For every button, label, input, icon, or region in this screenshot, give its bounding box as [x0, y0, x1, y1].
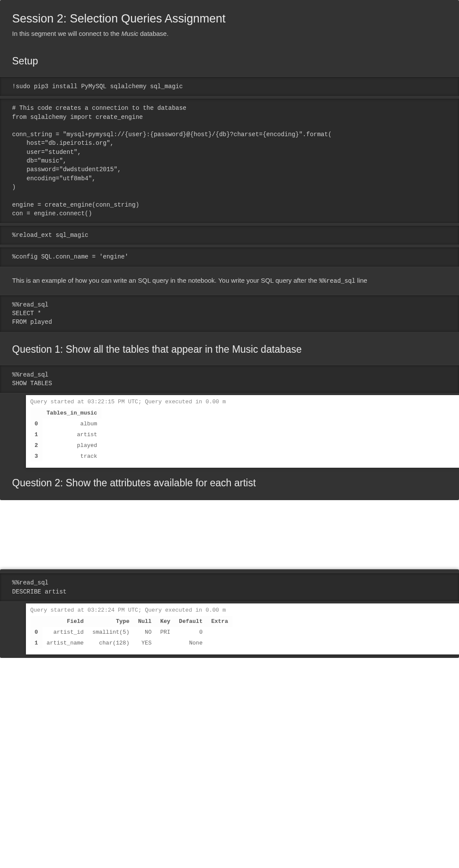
- code-cell-example-query[interactable]: %%read_sql SELECT * FROM played: [0, 295, 459, 332]
- code-cell-connection[interactable]: # This code creates a connection to the …: [0, 98, 459, 223]
- trailing-whitespace: [0, 658, 459, 868]
- code-cell-install[interactable]: !sudo pip3 install PyMySQL sqlalchemy sq…: [0, 77, 459, 96]
- code-cell-reload-ext[interactable]: %reload_ext sql_magic: [0, 225, 459, 245]
- q2-table: Field Type Null Key Default Extra 0artis…: [30, 616, 233, 648]
- table-cell: track: [42, 451, 102, 462]
- setup-heading-cell: Setup: [0, 46, 459, 75]
- table-cell: NO: [134, 627, 156, 638]
- q2-heading-cell: Question 2: Show the attributes availabl…: [0, 468, 459, 497]
- table-cell: char(128): [88, 638, 134, 648]
- read-sql-code: %%read_sql: [319, 278, 355, 284]
- table-cell: 0: [175, 627, 207, 638]
- q2-heading: Question 2: Show the attributes availabl…: [12, 477, 447, 489]
- row-index: 1: [30, 638, 42, 648]
- row-index: 1: [30, 429, 42, 440]
- code-cell-config[interactable]: %config SQL.conn_name = 'engine': [0, 247, 459, 267]
- code-cell-q1[interactable]: %%read_sql SHOW TABLES: [0, 365, 459, 394]
- output-q1: Query started at 03:22:15 PM UTC; Query …: [26, 395, 459, 468]
- table-cell: [156, 638, 175, 648]
- q1-corner: [30, 408, 42, 418]
- q2-col-2: Null: [134, 616, 156, 627]
- intro-paragraph: In this segment we will connect to the M…: [12, 30, 447, 37]
- table-row: 3track: [30, 451, 102, 462]
- row-index: 0: [30, 627, 42, 638]
- table-row: 1artist_namechar(128)YESNone: [30, 638, 233, 648]
- table-cell: smallint(5): [88, 627, 134, 638]
- row-index: 2: [30, 440, 42, 451]
- q1-stream: Query started at 03:22:15 PM UTC; Query …: [30, 399, 455, 405]
- q2-col-1: Type: [88, 616, 134, 627]
- intro-db-name: Music: [121, 30, 138, 37]
- table-cell: [207, 638, 233, 648]
- q2-col-3: Key: [156, 616, 175, 627]
- q2-col-4: Default: [175, 616, 207, 627]
- example-intro-cell: This is an example of how you can write …: [0, 269, 459, 293]
- example-intro-suffix: line: [355, 277, 367, 284]
- example-intro: This is an example of how you can write …: [12, 277, 447, 284]
- q2-corner: [30, 616, 42, 627]
- notebook-container: Session 2: Selection Queries Assignment …: [0, 0, 459, 500]
- example-intro-prefix: This is an example of how you can write …: [12, 277, 319, 284]
- table-cell: artist_id: [42, 627, 88, 638]
- table-row: 0artist_idsmallint(5)NOPRI0: [30, 627, 233, 638]
- q2-col-0: Field: [42, 616, 88, 627]
- setup-heading: Setup: [12, 55, 447, 67]
- output-q2: Query started at 03:22:24 PM UTC; Query …: [26, 603, 459, 654]
- notebook-container-2: %%read_sql DESCRIBE artist Query started…: [0, 569, 459, 658]
- q2-header-row: Field Type Null Key Default Extra: [30, 616, 233, 627]
- table-cell: None: [175, 638, 207, 648]
- table-row: 2played: [30, 440, 102, 451]
- row-index: 3: [30, 451, 42, 462]
- table-cell: artist: [42, 429, 102, 440]
- table-cell: [207, 627, 233, 638]
- title-cell: Session 2: Selection Queries Assignment …: [0, 0, 459, 46]
- q1-table: Tables_in_music 0album1artist2played3tra…: [30, 408, 102, 462]
- table-cell: played: [42, 440, 102, 451]
- code-cell-q2[interactable]: %%read_sql DESCRIBE artist: [0, 573, 459, 602]
- table-cell: PRI: [156, 627, 175, 638]
- intro-prefix: In this segment we will connect to the: [12, 30, 121, 37]
- q2-stream: Query started at 03:22:24 PM UTC; Query …: [30, 607, 455, 613]
- intro-suffix: database.: [138, 30, 169, 37]
- table-row: 0album: [30, 418, 102, 429]
- q1-col-0: Tables_in_music: [42, 408, 102, 418]
- q1-header-row: Tables_in_music: [30, 408, 102, 418]
- table-cell: artist_name: [42, 638, 88, 648]
- page-title: Session 2: Selection Queries Assignment: [12, 12, 447, 26]
- ad-gap: [0, 500, 459, 569]
- table-cell: YES: [134, 638, 156, 648]
- q2-col-5: Extra: [207, 616, 233, 627]
- q1-heading-cell: Question 1: Show all the tables that app…: [0, 334, 459, 363]
- table-row: 1artist: [30, 429, 102, 440]
- table-cell: album: [42, 418, 102, 429]
- row-index: 0: [30, 418, 42, 429]
- q1-heading: Question 1: Show all the tables that app…: [12, 344, 447, 355]
